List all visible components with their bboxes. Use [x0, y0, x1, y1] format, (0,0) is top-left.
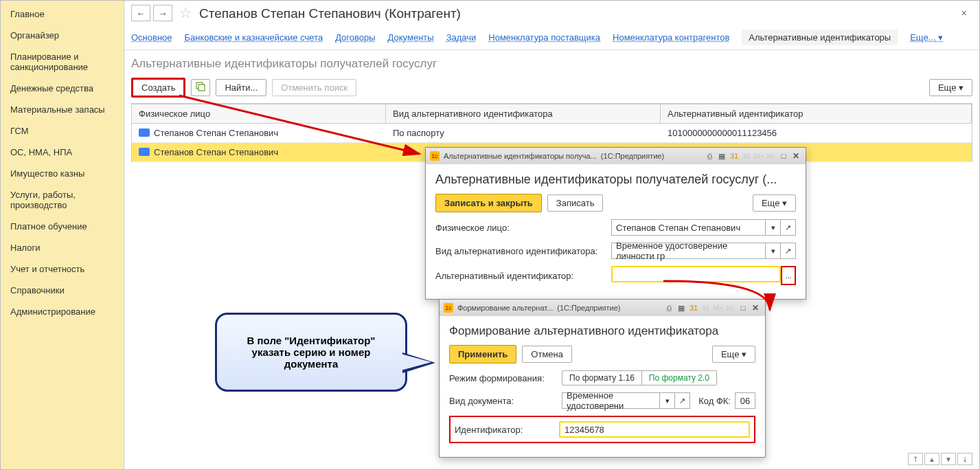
dialog-title: Формирование альтернат... — [457, 304, 553, 312]
dropdown-button[interactable]: ▾ — [766, 219, 781, 236]
app-logo-icon: 1c — [444, 303, 453, 313]
mode-1-button[interactable]: По формату 1.16 — [562, 370, 642, 385]
sidebar-item[interactable]: Справочники — [1, 280, 124, 301]
calendar-icon[interactable]: 31 — [688, 302, 699, 313]
grid-icon[interactable]: ▦ — [716, 150, 727, 161]
header-toolbar: ← → ☆ Степанов Степан Степанович (Контра… — [124, 1, 979, 25]
record-icon — [139, 128, 150, 137]
sidebar-item[interactable]: Учет и отчетность — [1, 258, 124, 280]
open-button[interactable]: ↗ — [781, 243, 796, 259]
mplus-icon[interactable]: M+ — [713, 302, 724, 313]
tab[interactable]: Документы — [388, 32, 434, 43]
maximize-icon[interactable]: □ — [738, 302, 749, 313]
sidebar-item[interactable]: Денежные средства — [1, 78, 124, 99]
calendar-icon[interactable]: 31 — [729, 150, 740, 161]
tab[interactable]: Номенклатура поставщика — [488, 32, 600, 43]
maximize-icon[interactable]: □ — [778, 150, 789, 161]
kod-fk-label: Код ФК: — [698, 396, 731, 406]
close-icon[interactable]: ✕ — [790, 150, 801, 161]
altid-input[interactable] — [611, 266, 781, 282]
scroll-top-button[interactable]: ⤒ — [908, 453, 923, 465]
save-button[interactable]: Записать — [547, 194, 604, 212]
tab[interactable]: Банковские и казначейские счета — [185, 32, 323, 43]
save-close-button[interactable]: Записать и закрыть — [435, 194, 542, 212]
sidebar-item[interactable]: ОС, НМА, НПА — [1, 142, 124, 163]
cell-altid: 1010000000000011123456 — [661, 124, 972, 143]
kod-fk-input[interactable]: 06 — [735, 392, 755, 409]
tab-more[interactable]: Еще... ▾ — [910, 32, 943, 43]
cell-person: Степанов Степан Степанович — [132, 143, 386, 162]
open-button[interactable]: ↗ — [675, 392, 690, 409]
person-input[interactable]: Степанов Степан Степанович — [611, 219, 766, 236]
sidebar-item[interactable]: Планирование и санкционирование — [1, 46, 124, 78]
scroll-down-button[interactable]: ▼ — [941, 453, 956, 465]
dialog-form-altid: 1c Формирование альтернат... (1С:Предпри… — [439, 299, 766, 458]
person-label: Физическое лицо: — [435, 223, 611, 233]
scroll-up-button[interactable]: ▲ — [924, 453, 939, 465]
table-row[interactable]: Степанов Степан Степанович По паспорту 1… — [131, 124, 972, 143]
sidebar-item[interactable]: Органайзер — [1, 25, 124, 46]
tab-active[interactable]: Альтернативные идентификаторы — [742, 30, 898, 45]
th-altid[interactable]: Альтернативный идентификатор — [661, 104, 972, 123]
copy-button[interactable] — [191, 79, 210, 96]
sidebar-item[interactable]: Главное — [1, 3, 124, 25]
more-button[interactable]: Еще ▾ — [929, 79, 972, 96]
print-icon[interactable]: ⎙ — [704, 150, 715, 161]
sidebar-item[interactable]: ГСМ — [1, 120, 124, 142]
section-title: Альтернативные идентификаторы получателе… — [124, 50, 979, 75]
tab[interactable]: Основное — [131, 32, 172, 43]
find-button[interactable]: Найти... — [216, 79, 266, 96]
record-icon — [139, 148, 150, 156]
dialog-heading: Формирование альтернативного идентификат… — [449, 324, 755, 338]
sidebar-item[interactable]: Налоги — [1, 237, 124, 258]
mminus-icon[interactable]: M- — [725, 302, 736, 313]
m-icon[interactable]: M — [700, 302, 711, 313]
sidebar-item[interactable]: Материальные запасы — [1, 99, 124, 120]
doc-type-input[interactable]: Временное удостоверени — [562, 392, 660, 409]
more-button[interactable]: Еще ▾ — [753, 194, 796, 212]
type-input[interactable]: Временное удостоверение личности гр — [611, 243, 766, 259]
tab[interactable]: Договоры — [335, 32, 375, 43]
mminus-icon[interactable]: M- — [766, 150, 777, 161]
main-area: ← → ☆ Степанов Степан Степанович (Контра… — [124, 1, 979, 469]
sidebar-item[interactable]: Платное обучение — [1, 216, 124, 237]
id-input[interactable]: 12345678 — [559, 421, 750, 438]
copy-icon — [196, 82, 205, 91]
dialog-titlebar[interactable]: 1c Формирование альтернат... (1С:Предпри… — [440, 300, 765, 316]
tab[interactable]: Задачи — [446, 32, 477, 43]
open-button[interactable]: ↗ — [781, 219, 796, 236]
mplus-icon[interactable]: M+ — [753, 150, 764, 161]
create-button[interactable]: Создать — [131, 78, 185, 98]
dropdown-button[interactable]: ▾ — [660, 392, 675, 409]
choose-button[interactable]: ... — [781, 266, 796, 285]
dropdown-button[interactable]: ▾ — [766, 243, 781, 259]
dialog-heading: Альтернативные идентификаторы получателе… — [435, 172, 796, 187]
altid-label: Альтернативный идентификатор: — [435, 271, 611, 281]
th-type[interactable]: Вид альтернативного идентификатора — [386, 104, 661, 123]
print-icon[interactable]: ⎙ — [663, 302, 674, 313]
apply-button[interactable]: Применить — [449, 345, 516, 363]
tab[interactable]: Номенклатура контрагентов — [613, 32, 729, 43]
nav-back-button[interactable]: ← — [131, 5, 150, 21]
dialog-titlebar[interactable]: 1c Альтернативные идентификаторы получа.… — [426, 148, 806, 164]
th-person[interactable]: Физическое лицо — [132, 104, 386, 123]
cancel-button[interactable]: Отмена — [522, 346, 572, 363]
m-icon[interactable]: M — [741, 150, 752, 161]
app-logo-icon: 1c — [430, 151, 440, 161]
sidebar-item[interactable]: Администрирование — [1, 301, 124, 322]
favorite-star-icon[interactable]: ☆ — [179, 5, 192, 21]
id-label: Идентификатор: — [455, 425, 559, 435]
dialog-altid-edit: 1c Альтернативные идентификаторы получа.… — [425, 147, 806, 300]
close-button[interactable]: × — [956, 5, 972, 21]
sidebar-item[interactable]: Имущество казны — [1, 163, 124, 184]
scroll-bottom-button[interactable]: ⤓ — [957, 453, 972, 465]
close-icon[interactable]: ✕ — [750, 302, 761, 313]
more-button[interactable]: Еще ▾ — [712, 346, 755, 363]
cell-type: По паспорту — [386, 124, 661, 143]
grid-icon[interactable]: ▦ — [676, 302, 687, 313]
cancel-search-button: Отменить поиск — [272, 79, 356, 96]
mode-2-button[interactable]: По формату 2.0 — [642, 370, 717, 385]
tabs-bar: Основное Банковские и казначейские счета… — [124, 25, 979, 50]
sidebar-item[interactable]: Услуги, работы, производство — [1, 184, 124, 216]
nav-fwd-button[interactable]: → — [153, 5, 172, 21]
